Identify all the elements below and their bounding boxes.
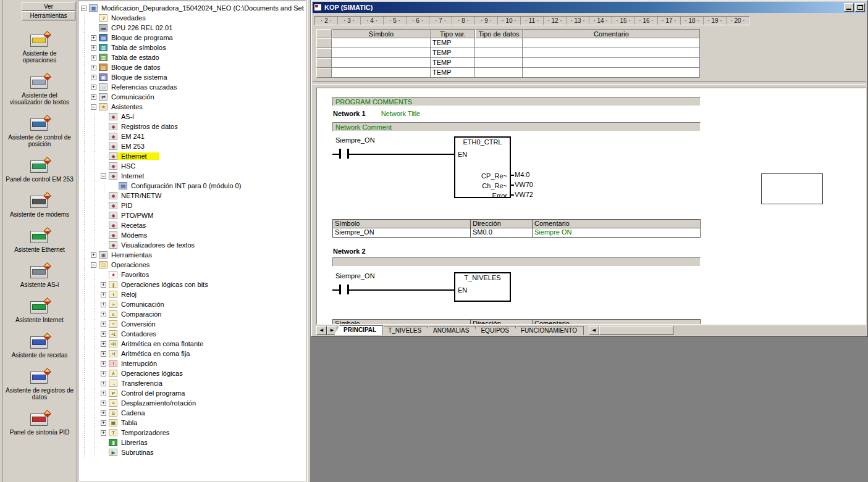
nav-item-asistente-de-operaciones[interactable]: Asistente de operaciones bbox=[3, 32, 76, 64]
scrollbar-track[interactable] bbox=[673, 326, 866, 335]
tree-item-em-253[interactable]: ◆EM 253 bbox=[80, 141, 305, 151]
ver-menu-button[interactable]: Ver bbox=[22, 2, 75, 11]
tree-item-bloque-de-sistema[interactable]: +▣Bloque de sistema bbox=[80, 72, 305, 82]
network-1-comment-bar[interactable]: Network Comment bbox=[332, 122, 701, 131]
tree-item-aritm-tica-en-coma-fija[interactable]: ++IAritmética en coma fija bbox=[80, 349, 305, 359]
var-cell-tipo_var[interactable]: TEMP bbox=[431, 68, 475, 78]
expand-icon[interactable]: + bbox=[91, 85, 96, 90]
nav-item-asistente-de-control-de-posici-n[interactable]: Asistente de control de posición bbox=[3, 116, 76, 148]
tree-item-hsc[interactable]: ◆HSC bbox=[80, 161, 305, 171]
var-cell-tipo_var[interactable]: TEMP bbox=[431, 38, 475, 48]
tree-item-cpu-226-rel-02-01[interactable]: ▬CPU 226 REL 02.01 bbox=[80, 23, 305, 33]
output-operand[interactable]: VW70 bbox=[515, 181, 533, 188]
local-variable-table[interactable]: SímboloTipo var.Tipo de datosComentarioT… bbox=[316, 29, 700, 78]
tree-item-tabla-de-s-mbolos[interactable]: +▥Tabla de símbolos bbox=[80, 43, 305, 52]
expand-icon[interactable]: + bbox=[101, 302, 106, 307]
instruction-box-eth0-ctrl[interactable]: ETH0_CTRL EN CP_Re~ Ch_Re~ Error bbox=[454, 136, 511, 198]
expand-icon[interactable]: + bbox=[101, 312, 106, 317]
tree-item-librer-as[interactable]: ▮Librerías bbox=[80, 438, 305, 447]
nav-item-asistente-ethernet[interactable]: Asistente Ethernet bbox=[3, 228, 76, 253]
nav-item-asistente-de-recetas[interactable]: Asistente de recetas bbox=[3, 334, 76, 359]
editor-selection-box[interactable] bbox=[761, 173, 823, 204]
nav-item-asistente-de-registros-de-datos[interactable]: Asistente de registros de datos bbox=[3, 369, 76, 401]
tree-item-as-i[interactable]: ◆AS-i bbox=[80, 112, 305, 122]
contact-operand-label[interactable]: Siempre_ON bbox=[335, 272, 375, 280]
instruction-box-t-niveles[interactable]: T_NIVELES EN bbox=[454, 272, 511, 302]
tree-item-favoritos[interactable]: ★Favoritos bbox=[80, 270, 305, 280]
row-selector[interactable] bbox=[316, 58, 332, 68]
var-cell-comentario[interactable] bbox=[523, 68, 700, 78]
comment-cell[interactable]: Siempre ON bbox=[533, 228, 701, 238]
tree-item-temporizadores[interactable]: +TTemporizadores bbox=[80, 428, 305, 438]
tree-item-pid[interactable]: ◆PID bbox=[80, 201, 305, 210]
ladder-editor[interactable]: PROGRAM COMMENTS Network 1 Network Title… bbox=[316, 88, 866, 325]
editor-splitter[interactable] bbox=[313, 78, 866, 88]
tree-item-operaciones-l-gicas[interactable]: +∧Operaciones lógicas bbox=[80, 368, 305, 378]
var-cell-tipo_var[interactable]: TEMP bbox=[431, 48, 475, 58]
expand-icon[interactable]: + bbox=[101, 401, 106, 406]
expand-icon[interactable]: + bbox=[101, 371, 106, 376]
expand-icon[interactable]: + bbox=[101, 391, 106, 396]
collapse-icon[interactable]: − bbox=[81, 6, 86, 11]
output-operand[interactable]: VW72 bbox=[515, 191, 533, 198]
address-cell[interactable]: SM0.0 bbox=[471, 228, 533, 238]
var-cell-simbolo[interactable] bbox=[332, 58, 431, 68]
nav-item-asistente-de-m-dems[interactable]: Asistente de módems bbox=[3, 193, 76, 218]
network-1-title[interactable]: Network Title bbox=[381, 110, 421, 117]
var-cell-tipo_datos[interactable] bbox=[475, 48, 523, 58]
kop-titlebar[interactable]: KOP (SIMATIC) bbox=[313, 2, 866, 13]
tree-item-desplazamiento-rotaci-n[interactable]: +»Desplazamiento/rotación bbox=[80, 398, 305, 408]
tree-item-comunicaci-n[interactable]: +»Comunicación bbox=[80, 299, 305, 309]
expand-icon[interactable]: + bbox=[101, 420, 106, 426]
var-cell-simbolo[interactable] bbox=[332, 38, 431, 48]
var-cell-tipo_datos[interactable] bbox=[475, 68, 523, 78]
tree-item-bloque-de-programa[interactable]: +▤Bloque de programa bbox=[80, 33, 305, 43]
output-operand[interactable]: M4.0 bbox=[515, 171, 529, 178]
tree-item-cadena[interactable]: +SCadena bbox=[80, 408, 305, 418]
contact-operand-label[interactable]: Siempre_ON bbox=[335, 136, 375, 144]
expand-icon[interactable]: + bbox=[101, 351, 106, 357]
row-selector[interactable] bbox=[316, 68, 332, 78]
tree-item-ethernet[interactable]: ◆Ethernet bbox=[80, 151, 305, 161]
tree-item-conversi-n[interactable]: +=Conversión bbox=[80, 319, 305, 329]
symbol-cell[interactable]: Siempre_ON bbox=[332, 228, 471, 238]
nav-item-panel-de-control-em-253[interactable]: Panel de control EM 253 bbox=[3, 158, 76, 183]
tab-t-niveles[interactable]: T_NIVELES bbox=[379, 326, 428, 335]
nav-item-panel-de-sinton-a-pid[interactable]: Panel de sintonía PID bbox=[3, 411, 76, 436]
tree-item-reloj[interactable]: +tReloj bbox=[80, 289, 305, 299]
tree-item-subrutinas[interactable]: ▶Subrutinas bbox=[80, 447, 305, 457]
tree-item-comunicaci-n[interactable]: +⇄Comunicación bbox=[80, 92, 305, 102]
var-cell-tipo_datos[interactable] bbox=[475, 38, 523, 48]
tree-item-operaciones[interactable]: −□Operaciones bbox=[80, 260, 305, 270]
var-cell-comentario[interactable] bbox=[523, 58, 700, 68]
program-comments-bar[interactable]: PROGRAM COMMENTS bbox=[332, 97, 701, 106]
contact-symbol[interactable] bbox=[339, 285, 341, 294]
tab-anomalias[interactable]: ANOMALIAS bbox=[424, 326, 476, 335]
nav-item-asistente-internet[interactable]: Asistente Internet bbox=[3, 299, 76, 323]
expand-icon[interactable]: + bbox=[101, 282, 106, 288]
collapse-icon[interactable]: − bbox=[91, 104, 96, 110]
row-selector[interactable] bbox=[316, 29, 332, 38]
expand-icon[interactable]: + bbox=[91, 35, 96, 41]
expand-icon[interactable]: + bbox=[101, 292, 106, 297]
tree-item-em-241[interactable]: ◆EM 241 bbox=[80, 131, 305, 141]
tree-item-transferencia[interactable]: +→Transferencia bbox=[80, 378, 305, 388]
expand-icon[interactable]: + bbox=[91, 94, 96, 100]
tab-funcionamiento[interactable]: FUNCIONAMIENTO bbox=[512, 326, 584, 335]
tree-item-tabla[interactable]: +▦Tabla bbox=[80, 418, 305, 428]
expand-icon[interactable]: + bbox=[91, 55, 96, 60]
tree-item-operaciones-l-gicas-con-bits[interactable]: +||Operaciones lógicas con bits bbox=[80, 280, 305, 289]
expand-icon[interactable]: + bbox=[101, 331, 106, 337]
tree-item-pto-pwm[interactable]: ◆PTO/PWM bbox=[80, 210, 305, 220]
tree-item-interrupci-n[interactable]: +!Interrupción bbox=[80, 359, 305, 368]
tree-item-netr-netw[interactable]: ◆NETR/NETW bbox=[80, 191, 305, 201]
expand-icon[interactable]: + bbox=[91, 45, 96, 51]
tree-item-asistentes[interactable]: −★Asistentes bbox=[80, 102, 305, 112]
tree-item-modificacion-depuradora-15042024-neo-c-documents-and-set[interactable]: −▦Modificacion_Depuradora_15042024_NEO (… bbox=[80, 3, 305, 13]
minimize-button[interactable] bbox=[844, 3, 854, 12]
tab-equipos[interactable]: EQUIPOS bbox=[471, 326, 516, 335]
expand-icon[interactable]: + bbox=[101, 381, 106, 386]
tab-scroll-left-button[interactable]: ◀ bbox=[316, 326, 327, 335]
tree-item-visualizadores-de-textos[interactable]: ◆Visualizadores de textos bbox=[80, 240, 305, 250]
var-cell-comentario[interactable] bbox=[523, 38, 700, 48]
